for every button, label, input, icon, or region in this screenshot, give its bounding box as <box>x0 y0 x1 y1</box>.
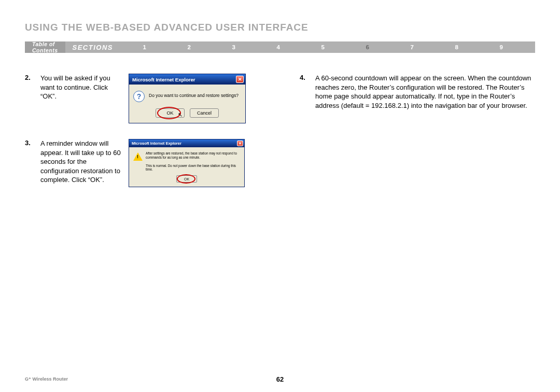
close-icon[interactable]: ✕ <box>237 141 243 146</box>
nav-section-4[interactable]: 4 <box>256 44 301 50</box>
close-icon[interactable]: ✕ <box>236 76 244 83</box>
page-title: USING THE WEB-BASED ADVANCED USER INTERF… <box>25 22 535 33</box>
ok-button[interactable]: OK <box>156 108 185 118</box>
nav-toc-link[interactable]: Table of Contents <box>25 41 65 53</box>
cancel-button[interactable]: Cancel <box>190 108 219 118</box>
warning-icon <box>133 152 143 161</box>
step-3: 3. A reminder window will appear. It wil… <box>25 139 284 187</box>
reminder-dialog-title: Microsoft Internet Explorer <box>132 141 181 146</box>
step-3-text: A reminder window will appear. It will t… <box>40 139 129 185</box>
step-4-number: 4. <box>300 74 315 81</box>
reminder-dialog-line1: After settings are restored, the base st… <box>146 151 240 160</box>
nav-section-2[interactable]: 2 <box>167 44 212 50</box>
step-2-text: You will be asked if you want to continu… <box>40 74 129 101</box>
nav-section-10[interactable]: 10 <box>524 44 560 50</box>
confirm-dialog-titlebar: Microsoft Internet Explorer ✕ <box>129 74 245 85</box>
nav-section-numbers: 1 2 3 4 5 6 7 8 9 10 <box>122 44 560 50</box>
reminder-dialog-line2: This is normal. Do not power down the ba… <box>129 163 244 173</box>
confirm-dialog: Microsoft Internet Explorer ✕ ? Do you w… <box>129 74 246 123</box>
confirm-dialog-message: Do you want to continue and restore sett… <box>149 91 239 98</box>
reminder-dialog: Microsoft Internet Explorer ✕ After sett… <box>129 139 245 187</box>
nav-section-3[interactable]: 3 <box>212 44 256 50</box>
nav-section-7[interactable]: 7 <box>390 44 435 50</box>
nav-section-6[interactable]: 6 <box>345 44 390 50</box>
footer-page-number: 62 <box>276 375 284 383</box>
nav-sections-label: SECTIONS <box>65 44 122 51</box>
step-2: 2. You will be asked if you want to cont… <box>25 74 284 123</box>
reminder-dialog-titlebar: Microsoft Internet Explorer ✕ <box>129 139 244 147</box>
step-4: 4. A 60-second countdown will appear on … <box>300 74 535 110</box>
nav-section-8[interactable]: 8 <box>435 44 479 50</box>
step-3-number: 3. <box>25 139 40 147</box>
question-icon: ? <box>133 91 145 102</box>
page-footer: G⁺ Wireless Router 62 <box>25 376 535 382</box>
section-nav: Table of Contents SECTIONS 1 2 3 4 5 6 7… <box>25 41 535 53</box>
step-4-text: A 60-second countdown will appear on the… <box>315 74 535 110</box>
nav-section-1[interactable]: 1 <box>122 44 167 50</box>
nav-section-9[interactable]: 9 <box>479 44 524 50</box>
step-2-number: 2. <box>25 74 40 81</box>
ok-button[interactable]: OK <box>176 175 197 183</box>
nav-section-5[interactable]: 5 <box>301 44 345 50</box>
confirm-dialog-title: Microsoft Internet Explorer <box>132 77 195 82</box>
footer-product-name: G⁺ Wireless Router <box>25 376 68 382</box>
